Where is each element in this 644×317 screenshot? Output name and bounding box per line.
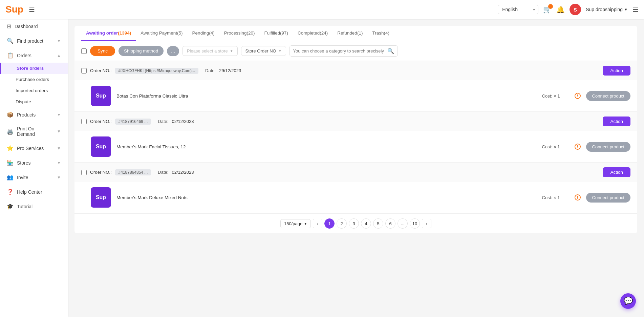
- product-cost: Cost: × 1: [542, 144, 569, 149]
- sidebar-item-products[interactable]: 📦 Products ▼: [0, 107, 68, 122]
- order-no-label: Order NO.:: [90, 119, 112, 124]
- tab-pending[interactable]: Pending(4): [188, 26, 219, 41]
- sidebar-item-purchase-orders[interactable]: Purchase orders: [0, 74, 68, 85]
- tab-completed[interactable]: Completed(24): [293, 26, 332, 41]
- user-name[interactable]: Sup dropshipping ▼: [586, 7, 628, 12]
- more-options-button[interactable]: ...: [167, 46, 179, 56]
- sidebar-item-dispute[interactable]: Dispute: [0, 96, 68, 107]
- tabs-bar: Awaiting order(1394) Awaiting Payment(5)…: [74, 26, 637, 41]
- page-size-selector[interactable]: 150/page ▼: [280, 219, 311, 228]
- select-all-checkbox[interactable]: [81, 48, 87, 54]
- sidebar-item-stores[interactable]: 🏪 Stores ▼: [0, 155, 68, 170]
- sidebar-item-print-on-demand[interactable]: 🖨️ Print On Demand ▼: [0, 122, 68, 141]
- shipping-method-button[interactable]: Shipping method: [119, 46, 164, 56]
- store-placeholder: Please select a store: [187, 48, 228, 54]
- info-icon[interactable]: !: [575, 194, 581, 200]
- sidebar-item-label: Invite: [17, 175, 28, 180]
- category-selector[interactable]: Store Order NO ▼: [241, 46, 286, 56]
- order-no-label: Order NO.:: [90, 68, 112, 73]
- connect-product-button[interactable]: Connect product: [586, 193, 630, 203]
- product-thumbnail: Sup: [91, 136, 111, 157]
- page-1-button[interactable]: 1: [324, 218, 335, 229]
- page-3-button[interactable]: 3: [349, 218, 359, 229]
- hamburger-icon[interactable]: ☰: [29, 5, 35, 14]
- order-card: Order NO.: #4187864854 ... Date: 02/12/2…: [74, 163, 637, 213]
- sidebar-item-orders[interactable]: 📋 Orders ▲: [0, 48, 68, 63]
- chevron-down-icon: ▼: [278, 49, 282, 53]
- sidebar-item-label: Stores: [17, 160, 30, 166]
- chat-widget[interactable]: 💬: [620, 293, 636, 309]
- page-4-button[interactable]: 4: [361, 218, 371, 229]
- order-header: Order NO.: #JXHCGFHKL(Https://Miraqueway…: [74, 61, 637, 80]
- next-page-button[interactable]: ›: [422, 219, 431, 228]
- page-5-button[interactable]: 5: [373, 218, 383, 229]
- bell-icon[interactable]: 🔔: [556, 5, 565, 14]
- sidebar-item-store-orders[interactable]: Store orders: [0, 63, 68, 74]
- filter-bar: Sync Shipping method ... Please select a…: [74, 41, 637, 61]
- connect-product-button[interactable]: Connect product: [586, 142, 630, 152]
- tab-processing[interactable]: Processing(20): [219, 26, 260, 41]
- chevron-down-icon: ▼: [57, 129, 61, 134]
- tab-awaiting-payment[interactable]: Awaiting Payment(5): [136, 26, 187, 41]
- sidebar-item-find-product[interactable]: 🔍 Find product ▼: [0, 34, 68, 48]
- order-header: Order NO.: #4187916469 ... Date: 02/12/2…: [74, 112, 637, 131]
- tab-trash[interactable]: Trash(4): [367, 26, 394, 41]
- product-thumb-label: Sup: [96, 194, 106, 200]
- page-6-button[interactable]: 6: [385, 218, 395, 229]
- action-button[interactable]: Action: [603, 66, 630, 76]
- chevron-down-icon: ▼: [57, 175, 61, 180]
- hamburger-menu-icon[interactable]: ☰: [632, 5, 639, 14]
- info-icon[interactable]: !: [575, 93, 581, 99]
- tab-awaiting-order[interactable]: Awaiting order(1394): [81, 26, 136, 41]
- order-card: Order NO.: #4187916469 ... Date: 02/12/2…: [74, 112, 637, 163]
- prev-page-button[interactable]: ‹: [313, 219, 322, 228]
- language-selector[interactable]: English Chinese Spanish ▼: [498, 5, 538, 14]
- search-icon[interactable]: 🔍: [387, 48, 394, 54]
- sidebar-item-label: Products: [17, 112, 36, 118]
- sidebar-nav: ⊞ Dashboard 🔍 Find product ▼ 📋 Orders ▲ …: [0, 19, 68, 220]
- action-button[interactable]: Action: [603, 117, 630, 126]
- order-checkbox[interactable]: [81, 68, 87, 73]
- page-2-button[interactable]: 2: [337, 218, 347, 229]
- dashboard-icon: ⊞: [7, 23, 11, 29]
- connect-product-button[interactable]: Connect product: [586, 91, 630, 101]
- sidebar-item-label: Orders: [17, 53, 31, 58]
- avatar[interactable]: S: [570, 4, 581, 15]
- search-input[interactable]: [293, 48, 385, 54]
- page-10-button[interactable]: 10: [410, 218, 420, 229]
- sidebar-item-dashboard[interactable]: ⊞ Dashboard: [0, 19, 68, 34]
- store-selector[interactable]: Please select a store ▼: [183, 46, 238, 56]
- sidebar-item-invite[interactable]: 👥 Invite ▼: [0, 170, 68, 185]
- order-item-row: Sup Member's Mark Facial Tissues, 12 Cos…: [74, 131, 637, 162]
- print-icon: 🖨️: [7, 128, 14, 135]
- sidebar-item-pro-services[interactable]: ⭐ Pro Services ▼: [0, 141, 68, 155]
- page-ellipsis-button[interactable]: ...: [398, 218, 408, 229]
- product-cost: Cost: × 1: [542, 93, 569, 99]
- sidebar: ⊞ Dashboard 🔍 Find product ▼ 📋 Orders ▲ …: [0, 19, 68, 317]
- tab-fulfilled[interactable]: Fulfilled(97): [259, 26, 293, 41]
- sidebar-item-label: Dashboard: [15, 24, 38, 29]
- order-checkbox[interactable]: [81, 170, 87, 175]
- chevron-up-icon: ▲: [57, 53, 61, 58]
- order-number[interactable]: #4187864854 ...: [115, 169, 151, 175]
- language-dropdown[interactable]: English Chinese Spanish: [498, 5, 538, 14]
- product-cost: Cost: × 1: [542, 195, 569, 200]
- order-checkbox[interactable]: [81, 119, 87, 124]
- main-content: Awaiting order(1394) Awaiting Payment(5)…: [68, 19, 644, 317]
- order-date: 29/12/2023: [219, 68, 241, 73]
- tab-refunded[interactable]: Refunded(1): [332, 26, 367, 41]
- product-thumb-label: Sup: [96, 93, 106, 99]
- action-button[interactable]: Action: [603, 167, 630, 177]
- sidebar-item-label: Print On Demand: [17, 126, 53, 137]
- sidebar-item-help-center[interactable]: ❓ Help Center: [0, 185, 68, 199]
- order-number[interactable]: #JXHCGFHKL(Https://Miraqueway.Com)...: [115, 68, 199, 74]
- pro-icon: ⭐: [7, 145, 14, 151]
- tutorial-icon: 🎓: [7, 203, 14, 210]
- pagination-bar: 150/page ▼ ‹ 1 2 3 4 5 6 ... 10 ›: [74, 213, 637, 233]
- sidebar-item-tutorial[interactable]: 🎓 Tutorial: [0, 199, 68, 214]
- order-number[interactable]: #4187916469 ...: [115, 119, 151, 125]
- sync-button[interactable]: Sync: [90, 46, 115, 56]
- cart-icon[interactable]: 🛒: [543, 5, 552, 14]
- info-icon[interactable]: !: [575, 144, 581, 150]
- sidebar-item-imported-orders[interactable]: Imported orders: [0, 85, 68, 96]
